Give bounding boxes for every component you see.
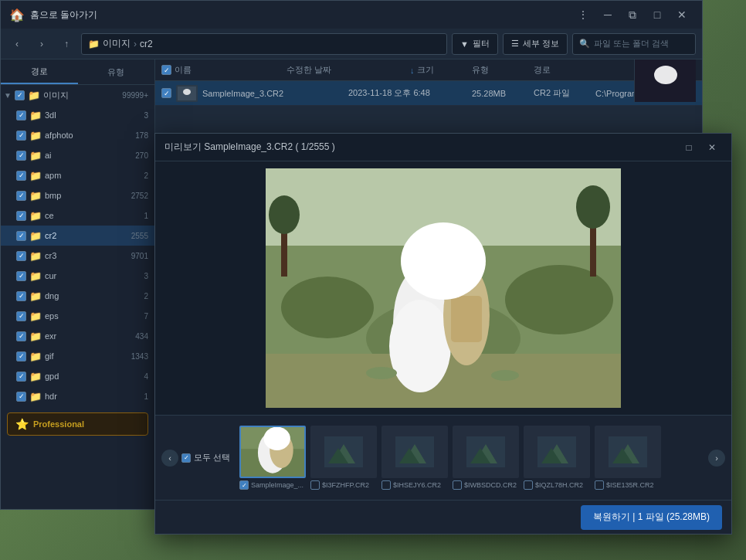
filter-button[interactable]: ▼ 필터 [452, 33, 498, 55]
search-bar[interactable]: 🔍 파일 또는 폴더 검색 [572, 33, 696, 55]
sidebar-item-bmp[interactable]: 📁 bmp 2752 [1, 185, 154, 205]
folder-icon-exr: 📁 [29, 331, 42, 342]
pro-label: Professional [33, 419, 84, 429]
thumb-cb-5[interactable] [595, 480, 604, 490]
item-label-afphoto: afphoto [45, 131, 73, 140]
thumb-next-button[interactable]: › [708, 450, 725, 467]
sidebar-item-dng[interactable]: 📁 dng 2 [1, 286, 154, 306]
header-path[interactable]: 경로 [534, 64, 634, 76]
thumbnail-item-5[interactable]: $ISE135R.CR2 [595, 426, 661, 490]
tab-type[interactable]: 유형 [78, 59, 155, 84]
header-type[interactable]: 유형 [472, 64, 534, 76]
sidebar-item-ai[interactable]: 📁 ai 270 [1, 145, 154, 165]
checkbox-eps[interactable] [16, 311, 26, 321]
checkbox-afphoto[interactable] [16, 131, 26, 141]
checkbox-hdr[interactable] [16, 392, 26, 402]
thumb-img-2 [381, 426, 448, 478]
restore-window-button[interactable]: ⧉ [622, 7, 643, 22]
folder-icon-cr2: 📁 [29, 230, 42, 242]
count-cr3: 9701 [131, 252, 148, 260]
settings-button[interactable]: ⋮ [572, 7, 594, 22]
thumb-cb-2[interactable] [381, 480, 391, 490]
checkbox-gpd[interactable] [16, 372, 26, 382]
sidebar-item-3dl[interactable]: 📁 3dl 3 [1, 105, 154, 125]
tab-path[interactable]: 경로 [1, 59, 78, 84]
select-all-checkbox[interactable] [181, 453, 191, 463]
thumbnail-item-3[interactable]: $IWBSDCD.CR2 [453, 426, 519, 490]
thumb-prev-button[interactable]: ‹ [161, 450, 178, 467]
count-exr: 434 [135, 332, 148, 341]
checkbox-cur[interactable] [16, 271, 26, 281]
thumb-img-0 [239, 426, 306, 478]
tree-root[interactable]: ▼ 📁 이미지 99999+ [1, 85, 154, 105]
checkbox-cr3[interactable] [16, 251, 26, 261]
tree-toggle-icon: ▼ [4, 91, 12, 100]
up-button[interactable]: ↑ [56, 34, 76, 54]
header-name[interactable]: 이름 [161, 64, 287, 76]
preview-close-button[interactable]: ✕ [702, 139, 722, 156]
sidebar-item-cur[interactable]: 📁 cur 3 [1, 266, 154, 286]
count-apm: 2 [144, 171, 148, 180]
folder-icon-afphoto: 📁 [29, 130, 42, 141]
forward-button[interactable]: › [32, 34, 52, 54]
checkbox-cr2[interactable] [16, 231, 26, 241]
close-button[interactable]: ✕ [671, 7, 693, 22]
item-label-gpd: gpd [45, 372, 59, 381]
item-label-cr3: cr3 [45, 251, 56, 260]
checkbox-3dl[interactable] [16, 110, 26, 120]
checkbox-ce[interactable] [16, 211, 26, 221]
filter-icon: ▼ [460, 39, 469, 49]
svg-point-1 [654, 66, 677, 84]
header-date[interactable]: 수정한 날짜 [287, 64, 410, 76]
count-dng: 2 [144, 292, 148, 300]
checkbox-exr[interactable] [16, 331, 26, 341]
thumbnail-item-0[interactable]: SampleImage_... [239, 426, 306, 490]
thumb-label-2: $IHSEJY6.CR2 [381, 480, 448, 490]
thumb-cb-1[interactable] [310, 480, 320, 490]
back-button[interactable]: ‹ [7, 34, 27, 54]
root-checkbox[interactable] [15, 90, 25, 100]
minimize-button[interactable]: ─ [597, 7, 619, 22]
sidebar-item-afphoto[interactable]: 📁 afphoto 178 [1, 125, 154, 145]
header-checkbox[interactable] [161, 65, 171, 75]
sidebar-item-gpd[interactable]: 📁 gpd 4 [1, 366, 154, 386]
thumb-cb-4[interactable] [524, 480, 533, 490]
checkbox-ai[interactable] [16, 151, 26, 161]
checkbox-dng[interactable] [16, 291, 26, 301]
root-label: 이미지 [43, 90, 69, 101]
file-row[interactable]: SampleImage_3.CR2 2023-11-18 오후 6:48 25.… [155, 81, 702, 106]
thumbnail-strip: ‹ 모두 선택 [155, 415, 731, 500]
thumb-cb-3[interactable] [453, 480, 462, 490]
sidebar-item-eps[interactable]: 📁 eps 7 [1, 306, 154, 326]
sidebar-item-cr2[interactable]: 📁 cr2 2555 [1, 226, 154, 246]
restore-button[interactable]: 복원하기 | 1 파일 (25.28MB) [581, 505, 722, 530]
file-type: CR2 파일 [534, 87, 595, 99]
select-all-container: 모두 선택 [181, 452, 230, 463]
header-size[interactable]: ↓ 크기 [410, 64, 472, 76]
sidebar-item-hdr[interactable]: 📁 hdr 1 [1, 386, 154, 406]
thumb-img-5 [595, 426, 661, 478]
sidebar-item-apm[interactable]: 📁 apm 2 [1, 165, 154, 185]
thumb-cb-0[interactable] [239, 480, 249, 490]
thumbnail-item-4[interactable]: $IQZL78H.CR2 [524, 426, 590, 490]
thumbnail-item-1[interactable]: $I3FZHFP.CR2 [310, 426, 377, 490]
sidebar-item-exr[interactable]: 📁 exr 434 [1, 326, 154, 346]
sidebar-item-ce[interactable]: 📁 ce 1 [1, 205, 154, 226]
thumb-label-3: $IWBSDCD.CR2 [453, 480, 519, 490]
checkbox-gif[interactable] [16, 351, 26, 361]
pro-badge[interactable]: ⭐ Professional [7, 412, 148, 436]
thumbnail-item-2[interactable]: $IHSEJY6.CR2 [381, 426, 448, 490]
svg-point-22 [491, 370, 519, 381]
sidebar-item-gif[interactable]: 📁 gif 1343 [1, 346, 154, 366]
sidebar-item-cr3[interactable]: 📁 cr3 9701 [1, 246, 154, 266]
detail-button[interactable]: ☰ 세부 정보 [503, 33, 568, 55]
preview-maximize-button[interactable]: □ [679, 139, 699, 156]
item-label-exr: exr [45, 331, 56, 341]
maximize-button[interactable]: □ [646, 7, 668, 22]
preview-title: 미리보기 SampleImage_3.CR2 ( 1/2555 ) [164, 141, 679, 154]
breadcrumb[interactable]: 📁 이미지 › cr2 [81, 33, 447, 55]
file-checkbox[interactable] [161, 88, 171, 98]
file-list-header: 이름 수정한 날짜 ↓ 크기 유형 경로 [155, 59, 702, 81]
checkbox-apm[interactable] [16, 171, 26, 181]
checkbox-bmp[interactable] [16, 191, 26, 201]
